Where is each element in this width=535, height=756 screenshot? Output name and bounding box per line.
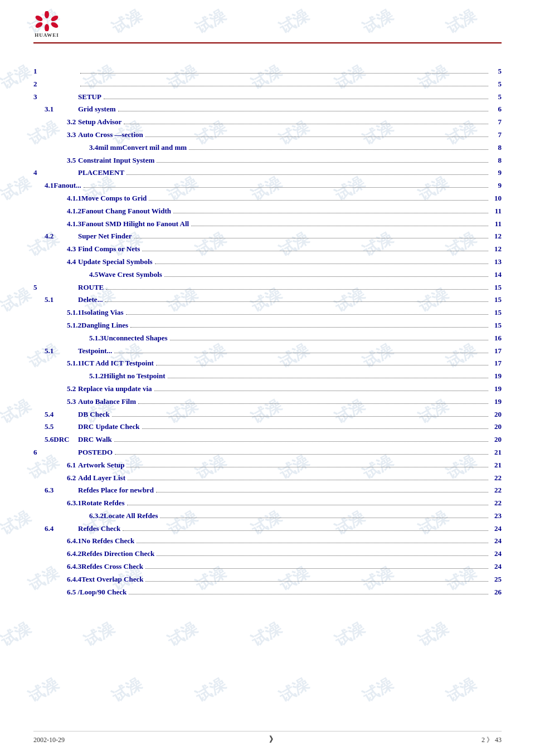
toc-title: DRC Update Check [78,421,140,433]
toc-title: DB Check [78,409,110,421]
toc-number: 6.4.1 [33,535,81,547]
toc-number: 4.5 [33,269,98,281]
toc-dots [127,467,488,467]
toc-title: ROUTE [78,282,104,294]
toc-entry: 6.3Refdes Place for newbrd22 [33,485,502,496]
toc-entry: 4.5Wave Crest Symbols14 [33,269,502,281]
toc-title: Hilight no Testpoint [104,370,166,382]
watermark-item: 试澡 [331,618,368,652]
toc-title: Testpoint... [78,345,112,357]
toc-page: 12 [490,243,502,255]
toc-title: Super Net Finder [78,231,132,242]
logo-container: HUAWEI [33,11,60,38]
svg-point-2 [50,21,59,29]
toc-title: PLACEMENT [78,167,124,179]
toc-number: 3.4mil mm [33,142,122,154]
toc-number: 5.1 [33,345,78,357]
toc-dots [137,543,488,543]
toc-title: Replace via unpdate via [78,383,152,395]
toc-title: Move Comps to Grid [81,193,147,204]
toc-page: 21 [490,460,502,471]
toc-title: Rotate Refdes [81,498,125,509]
toc-title: SETUP [78,91,101,103]
toc-dots [130,327,488,328]
toc-dots [170,340,489,340]
toc-entry: 15 [33,66,502,77]
toc-entry: 4.1.2Fanout Chang Fanout Width11 [33,206,502,217]
toc-page: 15 [490,320,502,331]
toc-number: 5.1 [33,294,78,306]
toc-title: Isolating Vias [81,307,124,319]
toc-page: 14 [490,269,502,281]
toc-page: 6 [490,104,502,115]
toc-entry: 6.5 /Loop/90 Check26 [33,587,502,598]
toc-title: Locate All Refdes [104,510,158,522]
toc-dots [138,403,488,404]
toc-entry: 5.1.2Hilight no Testpoint19 [33,370,502,382]
toc-page: 15 [490,294,502,306]
toc-dots [168,378,488,378]
toc-entry: 6.4.4Text Overlap Check25 [33,574,502,586]
toc-number: 5.1.2 [33,320,81,331]
toc-dots [155,264,488,264]
toc-number: 6.4.2 [33,548,81,560]
toc-title: Delete... [78,294,103,306]
toc-page: 5 [490,66,502,77]
toc-entry: 3.3Auto Cross —section7 [33,129,502,141]
toc-page: 26 [490,587,502,598]
toc-page: 24 [490,548,502,560]
toc-page: 24 [490,535,502,547]
toc-dots [145,581,488,582]
toc-entry: 3.5Constraint Input System8 [33,155,502,167]
toc-entry: 3.1Grid system6 [33,104,502,115]
toc-entry: 4PLACEMENT9 [33,167,502,179]
toc-page: 9 [490,180,502,192]
toc-number: 5.4 [33,409,78,421]
toc-number: 4 [33,167,78,179]
toc-number: 6 [33,447,78,459]
toc-entry: 5.1.1Isolating Vias15 [33,307,502,319]
toc-dots [157,555,488,556]
watermark-item: 试澡 [25,674,62,708]
svg-point-3 [45,24,49,31]
toc-title: Fanout SMD Hilight no Fanout All [81,218,189,230]
toc-entry: 5.6DRCDRC Walk20 [33,434,502,446]
toc-number: 5.2 [33,383,78,395]
toc-dots [123,530,488,531]
table-of-contents: 15253SETUP53.1Grid system63.2Setup Advis… [33,66,502,598]
toc-dots [160,518,488,518]
toc-title: Auto Cross —section [78,129,143,141]
toc-page: 8 [490,155,502,167]
toc-page: 23 [490,510,502,522]
toc-title: Refdes Place for newbrd [78,485,154,496]
toc-page: 20 [490,434,502,446]
toc-number: 5.1.1 [33,358,81,369]
toc-title: Add Layer List [78,472,125,484]
toc-dots [127,505,488,505]
toc-entry: 5.4DB Check20 [33,409,502,421]
toc-title: Setup Advisor [78,116,121,128]
toc-dots [142,428,489,429]
toc-entry: 5.1.1ICT Add ICT Testpoint17 [33,358,502,369]
toc-page: 9 [490,167,502,179]
toc-entry: 6.4Refdes Check24 [33,523,502,535]
toc-dots [134,238,488,238]
toc-title: Constraint Input System [78,155,154,167]
toc-entry: 3.2Setup Advisor7 [33,116,502,128]
toc-entry: 5.3Auto Balance Film19 [33,396,502,408]
toc-title: No Refdes Check [81,535,134,547]
watermark-item: 试澡 [192,674,229,708]
toc-dots [114,353,488,353]
toc-entry: 5.1Testpoint...17 [33,345,502,357]
toc-dots [124,124,488,124]
toc-entry: 6POSTEDO21 [33,447,502,459]
toc-number: 6.2 [33,472,78,484]
toc-entry: 5.1.3Unconnected Shapes16 [33,333,502,344]
svg-point-5 [35,14,43,22]
toc-number: 5.3 [33,396,78,408]
toc-page: 12 [490,231,502,242]
toc-dots [154,391,488,391]
toc-dots [156,492,488,492]
toc-dots [149,200,488,201]
toc-dots [118,111,488,111]
